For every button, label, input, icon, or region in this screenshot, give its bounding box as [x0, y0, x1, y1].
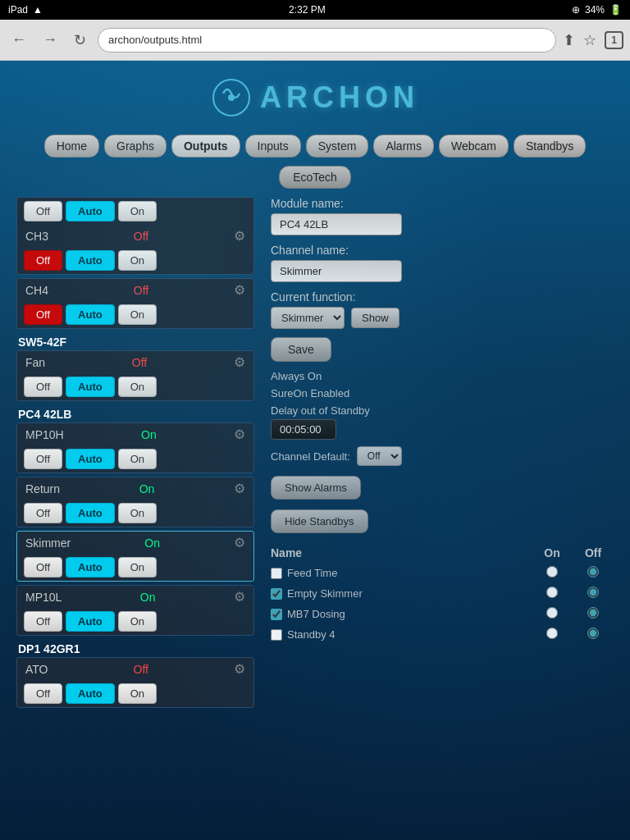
ch4-auto-btn[interactable]: Auto	[66, 304, 115, 325]
ecotech-button[interactable]: EcoTech	[279, 166, 351, 189]
ato-gear-icon[interactable]: ⚙	[234, 661, 245, 677]
nav-home[interactable]: Home	[44, 135, 99, 158]
return-off-btn[interactable]: Off	[24, 503, 62, 523]
delay-out-text: Delay out of Standby	[271, 403, 614, 420]
mp10l-on-btn[interactable]: On	[118, 611, 157, 632]
return-gear-icon[interactable]: ⚙	[234, 481, 245, 496]
ch3-top-auto-btn[interactable]: Auto	[66, 201, 115, 221]
wifi-icon: ▲	[33, 4, 43, 16]
mb7dosing-checkbox[interactable]	[271, 609, 282, 620]
ch3-top-off-btn[interactable]: Off	[24, 201, 62, 221]
mp10h-gear-icon[interactable]: ⚙	[234, 427, 245, 442]
feedtime-checkbox[interactable]	[271, 568, 282, 579]
ch3-top-on-btn[interactable]: On	[118, 201, 157, 221]
mp10h-off-btn[interactable]: Off	[24, 449, 62, 469]
skimmer-on-btn[interactable]: On	[118, 557, 157, 578]
skimmer-auto-btn[interactable]: Auto	[66, 557, 115, 578]
col-off-header: Off	[573, 546, 614, 559]
fan-on-btn[interactable]: On	[118, 377, 157, 397]
mp10l-gear-icon[interactable]: ⚙	[234, 589, 245, 605]
fan-auto-btn[interactable]: Auto	[66, 377, 115, 397]
tab-count[interactable]: 1	[605, 31, 623, 49]
standby4-checkbox[interactable]	[271, 629, 282, 641]
delay-time-input[interactable]	[271, 419, 336, 440]
channel-default-select[interactable]: Off On	[357, 446, 402, 466]
ch4-off-btn[interactable]: Off	[24, 304, 62, 325]
skimmer-gear-icon[interactable]: ⚙	[234, 535, 245, 550]
channel-group-ato: ATO Off ⚙ Off Auto On	[16, 657, 254, 708]
mb7dosing-radio-off[interactable]	[587, 607, 599, 619]
channel-name-input[interactable]	[271, 260, 402, 282]
show-button[interactable]: Show	[351, 308, 399, 328]
mp10l-controls: Off Auto On	[17, 608, 253, 635]
module-name-input[interactable]	[271, 213, 402, 235]
mp10l-off-btn[interactable]: Off	[24, 611, 62, 632]
back-button[interactable]: ←	[7, 28, 31, 52]
skimmer-off-btn[interactable]: Off	[24, 557, 62, 578]
nav-standbys[interactable]: Standbys	[514, 135, 586, 158]
bookmark-icon[interactable]: ☆	[583, 31, 596, 49]
battery-label: 34%	[585, 4, 605, 16]
channel-group-fan: Fan Off ⚙ Off Auto On	[16, 350, 254, 401]
forward-button[interactable]: →	[38, 28, 62, 52]
save-button[interactable]: Save	[271, 337, 331, 362]
fan-off-btn[interactable]: Off	[24, 377, 62, 397]
ato-off-btn[interactable]: Off	[24, 683, 62, 704]
function-select[interactable]: Skimmer	[271, 307, 345, 329]
svg-point-1	[228, 94, 235, 101]
ato-auto-btn[interactable]: Auto	[66, 683, 115, 704]
show-alarms-button[interactable]: Show Alarms	[271, 476, 361, 500]
ato-status: Off	[134, 663, 148, 676]
logo-icon	[211, 77, 252, 118]
refresh-button[interactable]: ↻	[69, 28, 91, 52]
url-input[interactable]	[98, 28, 556, 52]
ch3-auto-btn[interactable]: Auto	[66, 250, 115, 271]
nav-webcam[interactable]: Webcam	[439, 135, 509, 158]
nav-graphs[interactable]: Graphs	[104, 135, 167, 158]
emptyskimmer-radio-on[interactable]	[546, 587, 558, 598]
dp1-group-label: DP1 42GR1	[16, 639, 254, 657]
ch3-name: CH3	[25, 230, 48, 243]
mb7dosing-label: MB7 Dosing	[287, 608, 345, 620]
emptyskimmer-checkbox[interactable]	[271, 588, 282, 600]
fan-gear-icon[interactable]: ⚙	[234, 354, 245, 370]
channel-group-ch3: Off Auto On CH3 Off ⚙ Off Auto On	[16, 197, 254, 275]
nav-alarms[interactable]: Alarms	[373, 135, 434, 158]
channel-default-label: Channel Default:	[271, 450, 350, 463]
standby4-radio-on[interactable]	[546, 628, 558, 639]
return-on-btn[interactable]: On	[118, 503, 157, 523]
standby-row-feedtime: Feed Time	[271, 563, 614, 583]
mp10h-on-btn[interactable]: On	[118, 449, 157, 469]
standby4-label: Standby 4	[287, 628, 336, 641]
carrier-label: iPad	[8, 4, 28, 16]
standbys-table: Name On Off Feed Time	[271, 543, 614, 645]
emptyskimmer-radio-off[interactable]	[587, 587, 599, 598]
standby4-radio-off[interactable]	[587, 628, 599, 639]
channel-group-ch4: CH4 Off ⚙ Off Auto On	[16, 278, 254, 329]
sw5-group-label: SW5-42F	[16, 332, 254, 350]
nav-inputs[interactable]: Inputs	[245, 135, 301, 158]
mb7dosing-radio-on[interactable]	[546, 607, 558, 619]
module-name-label: Module name:	[271, 197, 614, 210]
nav-system[interactable]: System	[306, 135, 369, 158]
ch3-off-btn[interactable]: Off	[24, 250, 62, 271]
time-display: 2:32 PM	[289, 4, 326, 16]
ato-on-btn[interactable]: On	[118, 683, 157, 704]
fan-name: Fan	[25, 356, 45, 369]
hide-standbys-button[interactable]: Hide Standbys	[271, 509, 368, 533]
ch4-name: CH4	[25, 284, 48, 297]
return-auto-btn[interactable]: Auto	[66, 503, 115, 523]
ch3-gear-icon[interactable]: ⚙	[234, 228, 245, 244]
share-icon[interactable]: ⬆	[563, 31, 575, 49]
ch3-on-btn[interactable]: On	[118, 250, 157, 271]
ch4-gear-icon[interactable]: ⚙	[234, 282, 245, 298]
left-panel: Off Auto On CH3 Off ⚙ Off Auto On	[16, 197, 254, 711]
nav-outputs[interactable]: Outputs	[171, 135, 240, 158]
fan-status: Off	[132, 356, 147, 369]
feedtime-radio-off[interactable]	[587, 566, 599, 578]
feedtime-radio-on[interactable]	[546, 566, 558, 578]
mp10l-auto-btn[interactable]: Auto	[66, 611, 115, 632]
ch4-on-btn[interactable]: On	[118, 304, 157, 325]
standbys-header: Name On Off	[271, 543, 614, 563]
mp10h-auto-btn[interactable]: Auto	[66, 449, 115, 469]
